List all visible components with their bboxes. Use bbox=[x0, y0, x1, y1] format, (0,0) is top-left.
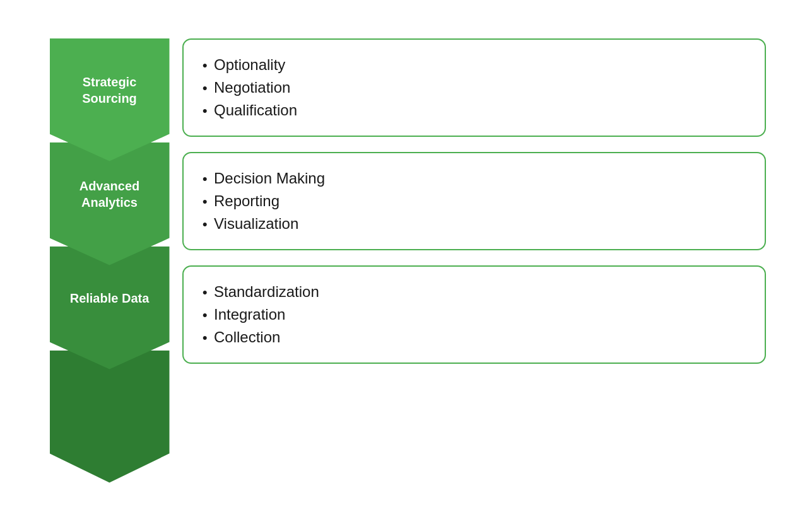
list-item-optionality: Optionality bbox=[203, 54, 746, 76]
list-item-negotiation: Negotiation bbox=[203, 76, 746, 99]
list-item-standardization: Standardization bbox=[203, 281, 746, 303]
list-item-reporting: Reporting bbox=[203, 190, 746, 212]
main-container: Strategic Sourcing Advanced Analytics Re… bbox=[28, 20, 785, 486]
list-reliable-data: Standardization Integration Collection bbox=[203, 281, 746, 349]
list-strategic-sourcing: Optionality Negotiation Qualification bbox=[203, 54, 746, 122]
list-item-decision-making: Decision Making bbox=[203, 167, 746, 190]
chevron-label-1: Strategic Sourcing bbox=[82, 74, 137, 107]
panel-reliable-data: Standardization Integration Collection bbox=[182, 265, 766, 364]
chevron-bottom bbox=[50, 351, 170, 483]
chevron-column: Strategic Sourcing Advanced Analytics Re… bbox=[47, 32, 173, 483]
list-item-collection: Collection bbox=[203, 326, 746, 349]
chevron-label-3: Reliable Data bbox=[70, 290, 150, 306]
list-item-qualification: Qualification bbox=[203, 99, 746, 122]
list-item-integration: Integration bbox=[203, 303, 746, 326]
chevron-label-2: Advanced Analytics bbox=[79, 178, 140, 211]
list-advanced-analytics: Decision Making Reporting Visualization bbox=[203, 167, 746, 235]
panel-strategic-sourcing: Optionality Negotiation Qualification bbox=[182, 38, 766, 137]
panel-advanced-analytics: Decision Making Reporting Visualization bbox=[182, 152, 766, 250]
content-column: Optionality Negotiation Qualification De… bbox=[173, 32, 766, 364]
list-item-visualization: Visualization bbox=[203, 212, 746, 235]
